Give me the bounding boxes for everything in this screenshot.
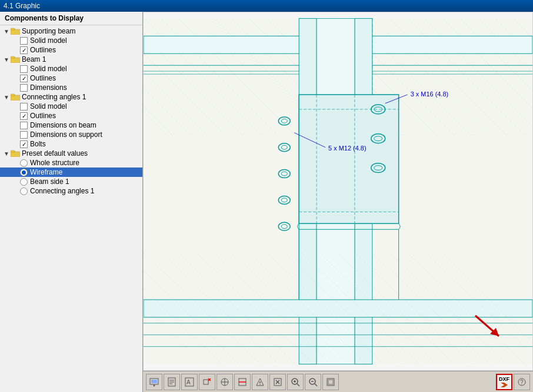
car-spacer xyxy=(12,187,20,195)
svg-rect-111 xyxy=(204,380,208,384)
canvas-area: 5 x M12 (4.8) 3 x M16 (4.8) xyxy=(143,12,533,371)
toolbar-btn-7[interactable] xyxy=(252,374,268,390)
svg-rect-103 xyxy=(151,380,157,383)
supporting-beam-label: Supporting beam xyxy=(22,27,75,35)
preset-expand: ▼ xyxy=(2,149,11,158)
tree-item-beamside[interactable]: Beam side 1 xyxy=(0,177,142,186)
window-title: 4.1 Graphic xyxy=(4,2,40,10)
beam1-expand: ▼ xyxy=(2,55,11,63)
expand-spacer xyxy=(12,36,20,45)
b1s-spacer xyxy=(12,65,20,73)
b1-dimensions-checkbox[interactable] xyxy=(20,84,28,92)
ca1-outlines-label: Outlines xyxy=(30,112,56,120)
toolbar-btn-9[interactable] xyxy=(287,374,304,390)
tree-item-whole[interactable]: Whole structure xyxy=(0,158,142,167)
sb-outlines-checkbox[interactable] xyxy=(20,46,28,54)
tree-container: ▼ Supporting beam Solid model Outlines ▼ xyxy=(0,25,142,392)
ca1db-spacer xyxy=(12,121,20,129)
tree-item-ca1-outlines[interactable]: Outlines xyxy=(0,111,142,120)
ca1-bolts-label: Bolts xyxy=(30,140,46,148)
toolbar-btn-5[interactable] xyxy=(216,374,233,390)
tree-item-ca1-bolts[interactable]: Bolts xyxy=(0,139,142,149)
wireframe-radio[interactable] xyxy=(20,169,28,176)
tree-item-supporting-beam[interactable]: ▼ Supporting beam xyxy=(0,26,142,36)
left-panel: Components to Display ▼ Supporting beam … xyxy=(0,12,143,392)
beamside-radio[interactable] xyxy=(20,178,28,186)
ca-radio-label: Connecting angles 1 xyxy=(30,187,94,195)
svg-line-126 xyxy=(297,384,299,386)
title-bar: 4.1 Graphic xyxy=(0,0,533,12)
expand-icon: ▼ xyxy=(2,27,11,35)
panel-header: Components to Display xyxy=(0,12,142,25)
ca1o-spacer xyxy=(12,112,20,120)
b1-solid-checkbox[interactable] xyxy=(20,65,28,73)
tree-item-ca1-solid[interactable]: Solid model xyxy=(0,102,142,111)
toolbar-btn-8[interactable] xyxy=(269,374,286,390)
svg-text:5 x M12 (4.8): 5 x M12 (4.8) xyxy=(328,145,367,152)
b1o-spacer xyxy=(12,74,20,82)
tree-item-ca1-dimbeam[interactable]: Dimensions on beam xyxy=(0,120,142,130)
tree-item-b1-outlines[interactable]: Outlines xyxy=(0,73,142,83)
svg-line-130 xyxy=(315,384,317,386)
tree-item-ca-radio[interactable]: Connecting angles 1 xyxy=(0,186,142,196)
tree-item-ca1-dimsupport[interactable]: Dimensions on support xyxy=(0,130,142,139)
preset-label: Preset default values xyxy=(22,149,88,158)
tree-item-b1-solid[interactable]: Solid model xyxy=(0,64,142,73)
ca1-solid-checkbox[interactable] xyxy=(20,103,28,110)
tree-item-connecting1[interactable]: ▼ Connecting angles 1 xyxy=(0,92,142,102)
b1-solid-label: Solid model xyxy=(30,65,67,73)
b1-dimensions-label: Dimensions xyxy=(30,83,67,92)
toolbar-btn-2[interactable] xyxy=(164,374,180,390)
toolbar-btn-last[interactable]: ? xyxy=(514,374,530,390)
svg-rect-6 xyxy=(11,152,20,157)
ca1ds-spacer xyxy=(12,130,20,139)
tree-item-wireframe[interactable]: Wireframe xyxy=(0,167,142,177)
toolbar-btn-3[interactable]: A xyxy=(181,374,198,390)
sb-solid-checkbox[interactable] xyxy=(20,37,28,45)
b1-outlines-label: Outlines xyxy=(30,74,56,82)
toolbar-btn-10[interactable] xyxy=(305,374,321,390)
toolbar-btn-11[interactable] xyxy=(322,374,339,390)
svg-rect-0 xyxy=(11,29,20,35)
right-panel: 5 x M12 (4.8) 3 x M16 (4.8) xyxy=(143,12,533,392)
preset-folder-icon xyxy=(11,150,20,157)
toolbar-btn-1[interactable] xyxy=(146,374,162,390)
b1-outlines-checkbox[interactable] xyxy=(20,75,28,82)
svg-rect-133 xyxy=(328,380,333,384)
svg-text:?: ? xyxy=(520,379,524,386)
ca1-dimsupport-label: Dimensions on support xyxy=(30,130,102,139)
svg-rect-48 xyxy=(299,95,398,223)
whole-spacer xyxy=(12,159,20,167)
ca1-bolts-checkbox[interactable] xyxy=(20,140,28,148)
wf-spacer xyxy=(12,168,20,176)
svg-rect-1 xyxy=(11,28,15,30)
expand-spacer2 xyxy=(12,46,20,54)
svg-marker-69 xyxy=(144,300,532,317)
ca1-dimbeam-checkbox[interactable] xyxy=(20,122,28,129)
ca1-folder-icon xyxy=(11,93,20,100)
ca1-outlines-checkbox[interactable] xyxy=(20,112,28,120)
svg-rect-3 xyxy=(11,56,15,58)
svg-rect-7 xyxy=(11,150,15,152)
beam1-folder-icon xyxy=(11,56,20,63)
toolbar-bottom: A xyxy=(143,371,533,392)
dxf-button[interactable]: DXF xyxy=(496,374,512,390)
ca-radio[interactable] xyxy=(20,187,28,195)
wireframe-label: Wireframe xyxy=(30,168,62,176)
ca1-dimsupport-checkbox[interactable] xyxy=(20,131,28,139)
ca1b-spacer xyxy=(12,140,20,148)
whole-radio[interactable] xyxy=(20,159,28,167)
tree-item-sb-outlines[interactable]: Outlines xyxy=(0,45,142,55)
toolbar-btn-6[interactable] xyxy=(234,374,251,390)
ca1-solid-label: Solid model xyxy=(30,102,67,110)
tree-item-sb-solid[interactable]: Solid model xyxy=(0,36,142,45)
b1d-spacer xyxy=(12,83,20,92)
tree-item-b1-dimensions[interactable]: Dimensions xyxy=(0,83,142,92)
tree-item-beam1[interactable]: ▼ Beam 1 xyxy=(0,55,142,64)
beam1-label: Beam 1 xyxy=(22,55,46,63)
toolbar-btn-4[interactable] xyxy=(199,374,215,390)
svg-text:3 x M16 (4.8): 3 x M16 (4.8) xyxy=(411,91,449,98)
tree-item-preset[interactable]: ▼ Preset default values xyxy=(0,149,142,158)
svg-marker-134 xyxy=(501,383,508,387)
sb-outlines-label: Outlines xyxy=(30,46,56,54)
